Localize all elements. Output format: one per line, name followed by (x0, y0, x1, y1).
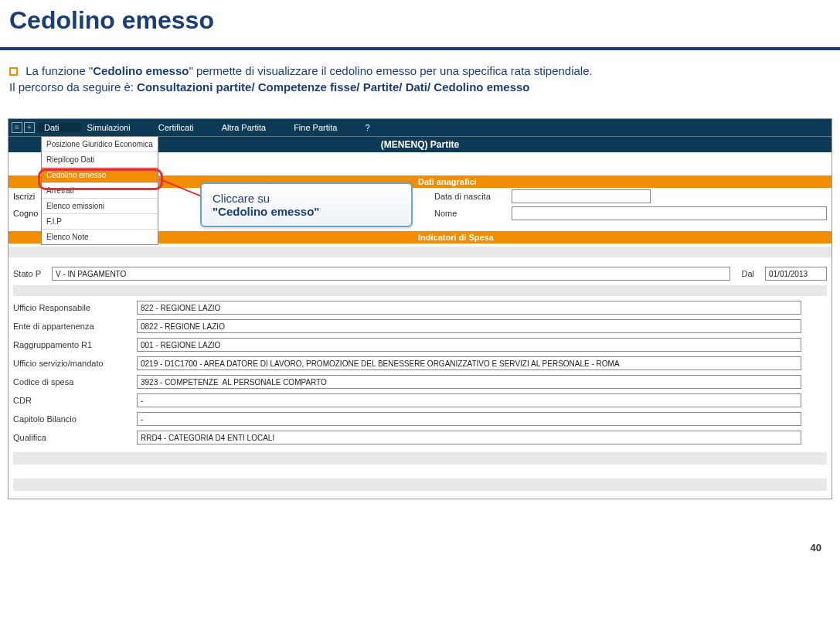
grey-strip (13, 478, 827, 491)
intro-term: Cedolino emesso (93, 64, 189, 77)
app-screenshot: ≡ + Dati Simulazioni Certificati Altra P… (8, 118, 832, 499)
dropdown-item[interactable]: F.I.P (42, 214, 158, 230)
page-number: 40 (811, 542, 821, 553)
label-stato-p: Stato P (13, 269, 44, 278)
row-ente: Ente di appartenenza (13, 319, 827, 333)
label-cod-spesa: Codice di spesa (13, 377, 129, 387)
dati-dropdown: Posizione Giuridico Economica Riepilogo … (41, 136, 158, 245)
dropdown-item[interactable]: Elenco emissioni (42, 199, 158, 214)
label-uff-resp: Ufficio Responsabile (13, 303, 129, 312)
sys-icon[interactable]: ≡ (12, 122, 22, 133)
dropdown-item[interactable]: Posizione Giuridico Economica (42, 137, 158, 152)
row-uff-resp: Ufficio Responsabile (13, 301, 827, 315)
label-uff-serv: Ufficio servizio/mandato (13, 359, 129, 368)
label-cdr: CDR (13, 396, 129, 405)
field-nome[interactable] (512, 206, 827, 220)
menu-help[interactable]: ? (359, 123, 391, 132)
intro-text: La funzione "Cedolino emesso" permette d… (0, 63, 840, 118)
field-uff-serv[interactable] (137, 356, 801, 370)
dropdown-item[interactable]: Elenco Note (42, 230, 158, 244)
label-data-nascita: Data di nascita (434, 192, 504, 201)
menu-fine-partita[interactable]: Fine Partita (287, 123, 359, 132)
callout-box: Cliccare su "Cedolino emesso" (200, 182, 413, 227)
row-qualifica: Qualifica (13, 431, 827, 444)
label-dal: Dal (738, 269, 757, 278)
dropdown-item[interactable]: Riepilogo Dati (42, 152, 158, 168)
label-cap: Capitolo Bilancio (13, 414, 129, 424)
label-nome: Nome (434, 209, 504, 218)
row-cap: Capitolo Bilancio (13, 412, 827, 426)
menu-dati[interactable]: Dati (38, 123, 81, 132)
label-qualifica: Qualifica (13, 433, 129, 442)
menu-altra-partita[interactable]: Altra Partita (216, 123, 287, 132)
title-underline (0, 47, 840, 50)
row-cod-spesa: Codice di spesa (13, 375, 827, 389)
row-cdr: CDR (13, 393, 827, 407)
field-uff-resp[interactable] (137, 301, 801, 315)
label-ente: Ente di appartenenza (13, 322, 129, 331)
form-area: Stato P Dal Ufficio Responsabile Ente di… (9, 259, 831, 499)
grey-strip (13, 452, 827, 465)
field-ragg[interactable] (137, 338, 801, 352)
field-stato-p[interactable] (52, 267, 730, 281)
bullet-icon (9, 67, 18, 76)
menu-simulazioni[interactable]: Simulazioni (81, 123, 152, 132)
callout-line2: "Cedolino emesso" (213, 205, 319, 218)
intro-suffix: " permette di visualizzare il cedolino e… (189, 64, 592, 77)
field-cap[interactable] (137, 412, 801, 426)
field-data-nascita[interactable] (512, 189, 651, 203)
intro-path-prefix: Il percorso da seguire è: (9, 80, 137, 94)
sys-icon[interactable]: + (24, 122, 35, 133)
row-uff-serv: Ufficio servizio/mandato (13, 356, 827, 370)
field-qualifica[interactable] (137, 431, 801, 444)
page-title: Cedolino emesso (0, 0, 840, 39)
field-ente[interactable] (137, 319, 801, 333)
grey-strip (9, 247, 831, 257)
field-cdr[interactable] (137, 393, 801, 407)
intro-path: Consultazioni partite/ Competenze fisse/… (137, 80, 529, 94)
row-stato-partita: Stato P Dal (13, 267, 827, 281)
field-cod-spesa[interactable] (137, 375, 801, 389)
dropdown-item[interactable]: Arretrati (42, 183, 158, 199)
field-dal[interactable] (765, 267, 827, 281)
grey-strip (13, 285, 827, 296)
dropdown-item-cedolino-emesso[interactable]: Cedolino emesso (42, 168, 158, 183)
callout-line1: Cliccare su (213, 192, 270, 205)
intro-prefix: La funzione " (26, 64, 93, 77)
window-controls[interactable]: ≡ + (9, 122, 38, 133)
row-ragg: Raggruppamento R1 (13, 338, 827, 352)
menubar: ≡ + Dati Simulazioni Certificati Altra P… (9, 119, 831, 136)
label-ragg: Raggruppamento R1 (13, 340, 129, 349)
menu-certificati[interactable]: Certificati (152, 123, 216, 132)
